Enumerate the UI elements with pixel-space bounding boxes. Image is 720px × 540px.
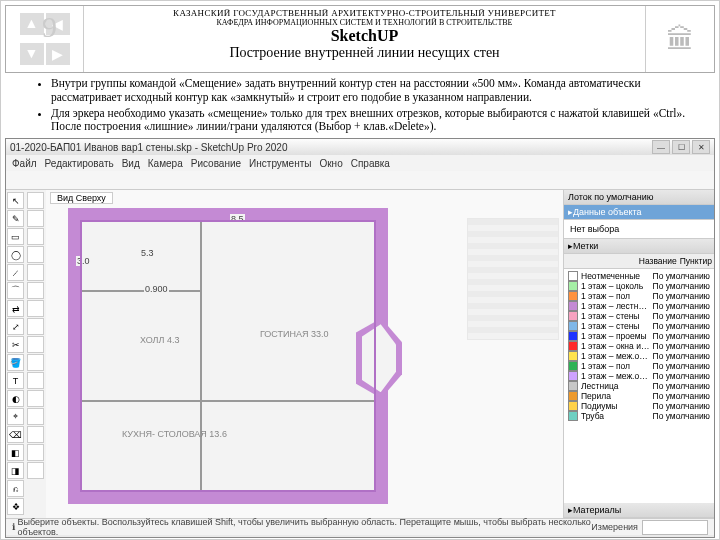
tool-icon[interactable] xyxy=(27,210,44,227)
measurement-input[interactable] xyxy=(642,520,708,535)
sketchup-window: 01-2020-БАП01 Иванов вар1 стены.skp - Sk… xyxy=(5,138,715,538)
tool-move-icon[interactable]: ⇄ xyxy=(7,300,24,317)
col-name: Название xyxy=(639,256,677,266)
tool-pencil-icon[interactable]: ✎ xyxy=(7,210,24,227)
layer-row[interactable]: 1 этаж – стеныПо умолчанию xyxy=(566,311,712,321)
status-label: Измерения xyxy=(591,522,638,532)
tool-rotate-icon[interactable]: ◐ xyxy=(7,390,24,407)
entity-header[interactable]: ▸ Данные объекта xyxy=(564,205,714,220)
menu-item[interactable]: Файл xyxy=(12,158,37,169)
plan-ghost xyxy=(467,218,559,340)
status-hint: Выберите объекты. Воспользуйтесь клавише… xyxy=(18,517,592,537)
tool-icon[interactable] xyxy=(27,372,44,389)
top-toolbar[interactable] xyxy=(6,171,714,190)
tool-select-icon[interactable]: ↖ xyxy=(7,192,24,209)
university-name: КАЗАНСКИЙ ГОСУДАРСТВЕННЫЙ АРХИТЕКТУРНО-С… xyxy=(88,8,641,18)
layer-row[interactable]: 1 этаж – стеныПо умолчанию xyxy=(566,321,712,331)
tool-circle-icon[interactable]: ◯ xyxy=(7,246,24,263)
menu-item[interactable]: Рисование xyxy=(191,158,241,169)
tool-rect-icon[interactable]: ▭ xyxy=(7,228,24,245)
layer-dash: По умолчанию xyxy=(653,281,710,291)
tool-line-icon[interactable]: ⟋ xyxy=(7,264,24,281)
nav-right-icon[interactable]: ▶ xyxy=(46,43,70,65)
layer-row[interactable]: 1 этаж – полПо умолчанию xyxy=(566,291,712,301)
tool-undo-icon[interactable]: ⎌ xyxy=(7,480,24,497)
tray-header[interactable]: Лоток по умолчанию xyxy=(564,190,714,205)
statusbar: ℹ Выберите объекты. Воспользуйтесь клави… xyxy=(6,518,714,535)
dim-label: 5.3 xyxy=(140,248,155,258)
layer-row[interactable]: 1 этаж – меж.окнамиПо умолчанию xyxy=(566,371,712,381)
tool-icon[interactable] xyxy=(27,390,44,407)
menu-item[interactable]: Инструменты xyxy=(249,158,311,169)
tool-icon[interactable] xyxy=(27,444,44,461)
layer-row[interactable]: НеотмеченныеПо умолчанию xyxy=(566,271,712,281)
tool-erase-icon[interactable]: ✂ xyxy=(7,336,24,353)
layer-row[interactable]: 1 этаж – меж.окнамиПо умолчанию xyxy=(566,351,712,361)
layer-row[interactable]: 1 этаж – окна и двериПо умолчанию xyxy=(566,341,712,351)
floor-plan: 8.5 3.0 5.3 0.900 ХОЛЛ 4.3 ГОСТИНАЯ 33.0… xyxy=(68,208,388,504)
layer-row[interactable]: ПодиумыПо умолчанию xyxy=(566,401,712,411)
nav-up-icon[interactable]: ▲ xyxy=(20,13,44,35)
tool-push-icon[interactable]: ⤢ xyxy=(7,318,24,335)
tool-delete-icon[interactable]: ⌫ xyxy=(7,426,24,443)
tool-icon[interactable] xyxy=(27,282,44,299)
layer-name: 1 этаж – стены xyxy=(581,311,650,321)
title-block: КАЗАНСКИЙ ГОСУДАРСТВЕННЫЙ АРХИТЕКТУРНО-С… xyxy=(84,6,645,72)
maximize-button[interactable]: ☐ xyxy=(672,140,690,154)
layer-row[interactable]: ПерилаПо умолчанию xyxy=(566,391,712,401)
materials-header[interactable]: ▸ Материалы xyxy=(564,503,714,518)
tool-orbit-icon[interactable]: ❖ xyxy=(7,498,24,515)
tool-icon[interactable] xyxy=(27,264,44,281)
layer-row[interactable]: ЛестницаПо умолчанию xyxy=(566,381,712,391)
layer-row[interactable]: 1 этаж – лестницаПо умолчанию xyxy=(566,301,712,311)
tool-icon[interactable] xyxy=(27,246,44,263)
layer-dash: По умолчанию xyxy=(653,411,710,421)
tool-icon[interactable] xyxy=(27,300,44,317)
layer-swatch xyxy=(568,341,578,351)
layer-name: Труба xyxy=(581,411,650,421)
tool-b-icon[interactable]: ◨ xyxy=(7,462,24,479)
tool-icon[interactable] xyxy=(27,318,44,335)
tool-a-icon[interactable]: ◧ xyxy=(7,444,24,461)
layer-swatch xyxy=(568,381,578,391)
window-title: 01-2020-БАП01 Иванов вар1 стены.skp - Sk… xyxy=(10,142,288,153)
layer-name: 1 этаж – пол xyxy=(581,291,650,301)
tool-tape-icon[interactable]: ⌖ xyxy=(7,408,24,425)
layer-swatch xyxy=(568,351,578,361)
tool-icon[interactable] xyxy=(27,354,44,371)
layer-row[interactable]: 1 этаж – цокольПо умолчанию xyxy=(566,281,712,291)
tool-text-icon[interactable]: T xyxy=(7,372,24,389)
instruction-item: Внутри группы командой «Смещение» задать… xyxy=(51,77,709,105)
canvas[interactable]: Вид Сверху 8.5 3.0 5.3 0.900 ХОЛЛ 4.3 ГО… xyxy=(46,190,563,518)
nav-down-icon[interactable]: ▼ xyxy=(20,43,44,65)
layer-row[interactable]: 1 этаж – полПо умолчанию xyxy=(566,361,712,371)
tool-icon[interactable] xyxy=(27,336,44,353)
layer-dash: По умолчанию xyxy=(653,291,710,301)
nav-left-icon[interactable]: ◀ xyxy=(46,13,70,35)
tool-arc-icon[interactable]: ⌒ xyxy=(7,282,24,299)
menu-item[interactable]: Окно xyxy=(319,158,342,169)
layer-dash: По умолчанию xyxy=(653,371,710,381)
menu-item[interactable]: Редактировать xyxy=(45,158,114,169)
layer-row[interactable]: ТрубаПо умолчанию xyxy=(566,411,712,421)
tool-icon[interactable] xyxy=(27,462,44,479)
tool-icon[interactable] xyxy=(27,408,44,425)
layer-row[interactable]: 1 этаж – проемыПо умолчанию xyxy=(566,331,712,341)
titlebar: 01-2020-БАП01 Иванов вар1 стены.skp - Sk… xyxy=(6,139,714,155)
menu-item[interactable]: Камера xyxy=(148,158,183,169)
layer-list: НеотмеченныеПо умолчанию1 этаж – цокольП… xyxy=(564,269,714,503)
layer-name: 1 этаж – цоколь xyxy=(581,281,650,291)
tool-icon[interactable] xyxy=(27,192,44,209)
tool-icon[interactable] xyxy=(27,426,44,443)
layer-name: 1 этаж – меж.окнами xyxy=(581,371,650,381)
close-button[interactable]: ✕ xyxy=(692,140,710,154)
room-hall: ХОЛЛ 4.3 xyxy=(140,336,179,346)
layer-swatch xyxy=(568,401,578,411)
menu-item[interactable]: Справка xyxy=(351,158,390,169)
menu-item[interactable]: Вид xyxy=(122,158,140,169)
scene-tab[interactable]: Вид Сверху xyxy=(50,192,113,204)
tool-paint-icon[interactable]: 🪣 xyxy=(7,354,24,371)
tags-header[interactable]: ▸ Метки xyxy=(564,239,714,254)
tool-icon[interactable] xyxy=(27,228,44,245)
minimize-button[interactable]: — xyxy=(652,140,670,154)
